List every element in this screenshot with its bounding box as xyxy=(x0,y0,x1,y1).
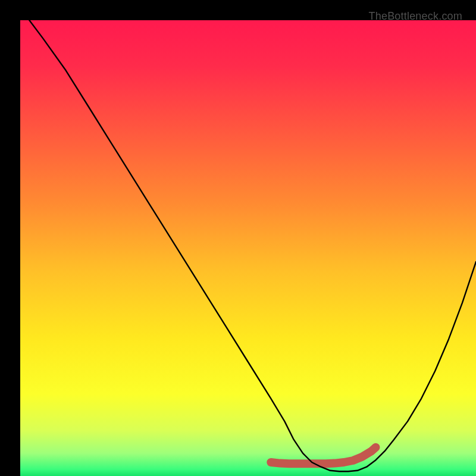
plot-area xyxy=(20,20,476,476)
optimal-band-highlight xyxy=(271,447,375,464)
bottleneck-curve xyxy=(29,20,476,471)
chart-curves xyxy=(20,20,476,476)
watermark-text: TheBottleneck.com xyxy=(369,10,462,23)
chart-frame: TheBottleneck.com xyxy=(10,10,466,466)
